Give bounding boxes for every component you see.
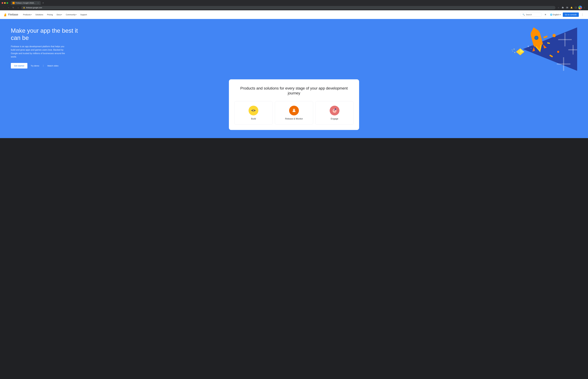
release-icon bbox=[289, 106, 299, 115]
try-demo-link[interactable]: Try demo bbox=[31, 64, 39, 67]
products-grid: <> Build bbox=[234, 101, 354, 125]
tab-favicon-icon bbox=[13, 2, 15, 4]
nav-item-support[interactable]: Support bbox=[79, 13, 89, 17]
svg-point-25 bbox=[512, 49, 512, 50]
release-icon-svg bbox=[291, 108, 297, 113]
products-chevron-icon: ▾ bbox=[31, 14, 31, 16]
browser-toolbar: ← → ↻ ⌂ 🔒 firebase.google.com ☆ 🔔 bbox=[0, 5, 588, 10]
close-window-button[interactable] bbox=[2, 2, 3, 4]
firebase-logo[interactable]: Firebase bbox=[3, 13, 18, 16]
nav-item-solutions[interactable]: Solutions bbox=[34, 13, 45, 17]
hero-actions: Get started Try demo | Watch video bbox=[11, 63, 81, 68]
traffic-lights bbox=[2, 2, 8, 4]
svg-point-24 bbox=[514, 52, 515, 53]
engage-icon-svg bbox=[332, 108, 337, 113]
forward-button[interactable]: → bbox=[6, 6, 10, 10]
language-text: English bbox=[553, 14, 559, 16]
nav-more-button[interactable]: ⋮ bbox=[580, 12, 585, 17]
svg-rect-26 bbox=[543, 35, 548, 39]
active-tab[interactable]: Firebase | Google's Mobile &... ✕ bbox=[11, 1, 41, 5]
docs-chevron-icon: ▾ bbox=[61, 14, 62, 16]
engage-label: Engage bbox=[331, 118, 338, 120]
chrome-menu-icon[interactable]: ⋮ bbox=[583, 6, 586, 10]
build-icon-svg: <> bbox=[251, 108, 256, 113]
svg-point-32 bbox=[531, 48, 531, 49]
nav-right: 🔍 Search ☀ 🌐 English ▾ Go to console ⋮ bbox=[520, 12, 585, 17]
notifications-icon[interactable]: 🔔 bbox=[570, 6, 573, 10]
lock-icon: 🔒 bbox=[23, 7, 25, 9]
maximize-window-button[interactable] bbox=[6, 2, 8, 4]
svg-point-29 bbox=[557, 51, 559, 53]
hero-title: Make your app the best it can be bbox=[11, 27, 81, 42]
build-label: Build bbox=[251, 118, 256, 120]
build-icon: <> bbox=[248, 106, 258, 115]
engage-icon bbox=[330, 106, 340, 115]
main-nav: Firebase Products ▾ Solutions Pricing Do… bbox=[0, 10, 588, 19]
minimize-window-button[interactable] bbox=[4, 2, 6, 4]
hero-description: Firebase is an app development platform … bbox=[11, 45, 68, 59]
hero-divider: | bbox=[43, 64, 44, 67]
watch-video-link[interactable]: Watch video bbox=[47, 64, 59, 67]
reload-button[interactable]: ↻ bbox=[11, 6, 15, 10]
nav-item-products[interactable]: Products ▾ bbox=[21, 13, 33, 17]
search-icon: 🔍 bbox=[523, 14, 525, 16]
svg-point-40 bbox=[294, 110, 294, 110]
tab-bar: Firebase | Google's Mobile &... ✕ + bbox=[11, 1, 586, 5]
language-selector[interactable]: 🌐 English ▾ bbox=[549, 13, 562, 16]
cast-icon[interactable] bbox=[565, 6, 569, 10]
browser-chrome: Firebase | Google's Mobile &... ✕ + ← → … bbox=[0, 0, 588, 10]
tab-title: Firebase | Google's Mobile &... bbox=[15, 2, 36, 4]
hero-illustration bbox=[81, 27, 577, 68]
svg-point-28 bbox=[553, 34, 556, 37]
products-card: Products and solutions for every stage o… bbox=[229, 79, 359, 130]
svg-point-22 bbox=[514, 49, 514, 49]
products-section-title: Products and solutions for every stage o… bbox=[234, 86, 354, 96]
url-text: firebase.google.com bbox=[26, 7, 554, 9]
search-bar[interactable]: 🔍 Search bbox=[520, 13, 542, 17]
tab-close-button[interactable]: ✕ bbox=[37, 2, 39, 4]
svg-text:<>: <> bbox=[251, 108, 255, 112]
products-section: Products and solutions for every stage o… bbox=[0, 79, 588, 138]
product-item-engage[interactable]: Engage bbox=[315, 101, 354, 125]
hero-section: Make your app the best it can be Firebas… bbox=[0, 19, 588, 79]
address-bar[interactable]: 🔒 firebase.google.com bbox=[21, 6, 556, 9]
svg-point-31 bbox=[528, 46, 529, 47]
rocket-illustration bbox=[496, 25, 577, 74]
hero-content: Make your app the best it can be Firebas… bbox=[11, 27, 81, 68]
svg-point-45 bbox=[334, 111, 335, 112]
product-item-release[interactable]: Release & Monitor bbox=[275, 101, 313, 125]
language-chevron-icon: ▾ bbox=[560, 14, 561, 16]
nav-item-community[interactable]: Community ▾ bbox=[64, 13, 78, 17]
bookmark-icon[interactable]: ☆ bbox=[557, 6, 560, 10]
release-label: Release & Monitor bbox=[285, 118, 303, 120]
go-to-console-button[interactable]: Go to console bbox=[563, 13, 579, 17]
community-chevron-icon: ▾ bbox=[76, 14, 77, 16]
split-screen-icon[interactable] bbox=[574, 6, 578, 10]
svg-point-23 bbox=[512, 51, 513, 51]
firebase-flame-icon bbox=[3, 13, 7, 16]
nav-items: Products ▾ Solutions Pricing Docs ▾ Comm… bbox=[21, 13, 520, 17]
profile-avatar[interactable] bbox=[578, 6, 582, 10]
nav-item-pricing[interactable]: Pricing bbox=[46, 13, 55, 17]
search-label: Search bbox=[526, 14, 532, 16]
get-started-button[interactable]: Get started bbox=[11, 63, 27, 68]
nav-item-docs[interactable]: Docs ▾ bbox=[55, 13, 64, 17]
toolbar-actions: ☆ 🔔 ⋮ bbox=[557, 6, 586, 10]
theme-toggle-button[interactable]: ☀ bbox=[543, 12, 548, 17]
svg-point-33 bbox=[532, 46, 533, 46]
back-button[interactable]: ← bbox=[2, 6, 5, 10]
globe-icon: 🌐 bbox=[550, 14, 552, 16]
home-button[interactable]: ⌂ bbox=[16, 6, 20, 10]
new-tab-button[interactable]: + bbox=[41, 1, 45, 5]
firebase-logo-text: Firebase bbox=[8, 13, 18, 16]
website-content: Firebase Products ▾ Solutions Pricing Do… bbox=[0, 10, 588, 138]
extensions-icon[interactable] bbox=[561, 6, 565, 10]
product-item-build[interactable]: <> Build bbox=[234, 101, 273, 125]
browser-title-bar: Firebase | Google's Mobile &... ✕ + bbox=[0, 0, 588, 5]
